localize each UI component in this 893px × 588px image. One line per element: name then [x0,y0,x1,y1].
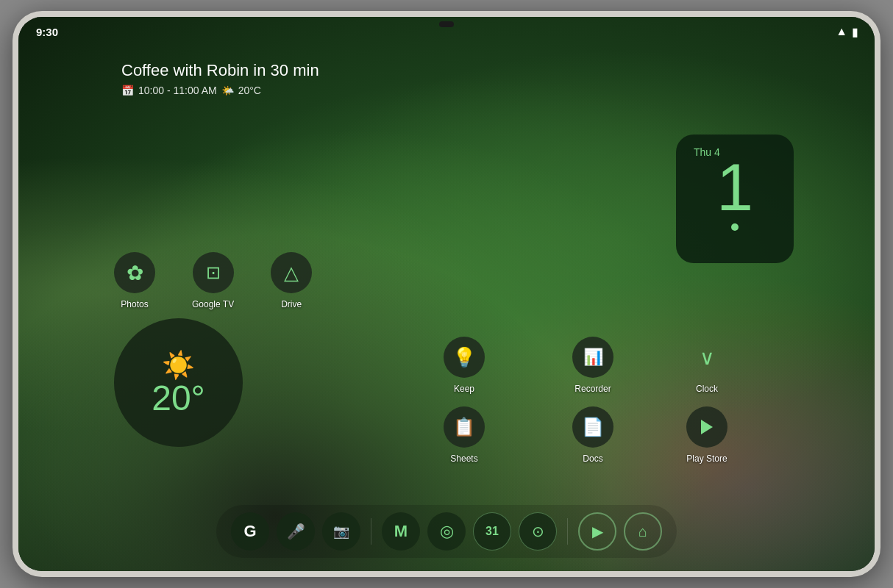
app-drive[interactable]: △ Drive [271,252,312,309]
camera-app-icon: 📷 [333,523,349,539]
app-docs[interactable]: 📄 Docs [572,406,613,464]
event-time: 10:00 - 11:00 AM [138,85,217,96]
app-icons-row: ✿ Photos ⊡ Google TV △ Drive [114,252,312,309]
app-photos[interactable]: ✿ Photos [114,252,155,309]
google-icon: G [243,522,256,541]
youtube-icon: ▶ [592,523,603,540]
photos-label: Photos [121,299,148,309]
sheets-label: Sheets [450,453,477,464]
sheets-icon: 📋 [453,417,475,437]
tablet-device: 9:30 ▲ ▮ Coffee with Robin in 30 min 📅 1… [13,11,880,577]
status-time: 9:30 [36,26,58,38]
keep-label: Keep [454,384,474,394]
playstore-icon-bg [686,406,727,448]
battery-icon: ▮ [852,25,857,39]
drive-icon-bg: △ [271,252,312,293]
app-keep[interactable]: 💡 Keep [444,337,485,394]
docs-icon-bg: 📄 [572,406,613,448]
app-clock[interactable]: ∨ Clock [686,337,727,394]
drive-icon: △ [284,262,299,284]
app-playstore[interactable]: Play Store [686,406,727,464]
camera2-icon: ⊙ [532,523,544,540]
photos-icon: ✿ [127,261,143,285]
weather-temp: 20° [152,381,205,416]
wifi-icon: ▲ [836,25,847,38]
dock-google[interactable]: G [231,512,269,551]
googletv-label: Google TV [192,299,234,309]
recorder-label: Recorder [574,384,611,394]
calendar-dock-icon: 31 [485,525,499,538]
drive-label: Drive [281,299,302,309]
tablet-screen: 9:30 ▲ ▮ Coffee with Robin in 30 min 📅 1… [18,17,875,571]
dock-separator-1 [371,518,371,545]
sheets-icon-bg: 📋 [444,406,485,448]
googletv-icon-bg: ⊡ [193,252,234,293]
dock-camera2[interactable]: ⊙ [519,512,557,551]
calendar-icon: 📅 [121,85,134,96]
clock-app-icon-bg: ∨ [686,337,727,378]
clock-app-label: Clock [696,384,718,394]
chrome-icon: ◎ [440,522,454,541]
dock-separator-2 [567,518,568,545]
dock-youtube[interactable]: ▶ [578,512,616,551]
app-googletv[interactable]: ⊡ Google TV [192,252,234,309]
weather-mini-temp: 20°C [238,85,261,96]
app-sheets[interactable]: 📋 Sheets [444,406,485,464]
gmail-icon: M [394,522,408,541]
keep-icon-bg: 💡 [444,337,485,378]
docs-icon: 📄 [582,417,604,437]
dock-chrome[interactable]: ◎ [427,512,466,551]
playstore-label: Play Store [686,453,727,464]
weather-sun-icon: ☀️ [162,350,195,381]
dock-gmail[interactable]: M [382,512,420,551]
event-detail: 📅 10:00 - 11:00 AM 🌤️ 20°C [121,85,319,96]
camera-notch [439,21,454,27]
dock-mic[interactable]: 🎤 [277,512,315,551]
dock-camera-app[interactable]: 📷 [322,512,360,551]
recorder-icon: 📊 [583,348,603,367]
keep-icon: 💡 [452,346,476,369]
playstore-icon [697,417,717,437]
dock-home[interactable]: ⌂ [624,512,662,551]
clock-dot [731,223,739,231]
app-recorder[interactable]: 📊 Recorder [572,337,613,394]
status-icons: ▲ ▮ [836,25,857,39]
clock-hour: 1 [716,154,753,220]
weather-mini-icon: 🌤️ [221,85,234,96]
weather-widget[interactable]: ☀️ 20° [114,318,243,447]
googletv-icon: ⊡ [206,262,221,283]
docs-label: Docs [583,453,602,464]
clock-app-icon: ∨ [700,345,715,370]
dock-calendar[interactable]: 31 [473,512,511,551]
calendar-widget[interactable]: Coffee with Robin in 30 min 📅 10:00 - 11… [121,61,319,96]
clock-widget[interactable]: Thu 4 1 [676,135,794,263]
svg-marker-0 [701,420,713,434]
mic-icon: 🎤 [287,523,305,540]
photos-icon-bg: ✿ [114,252,155,293]
recorder-icon-bg: 📊 [572,337,613,378]
event-title: Coffee with Robin in 30 min [121,61,319,80]
dock: G 🎤 📷 M ◎ 31 ⊙ [216,505,677,558]
home-icon: ⌂ [638,523,647,540]
